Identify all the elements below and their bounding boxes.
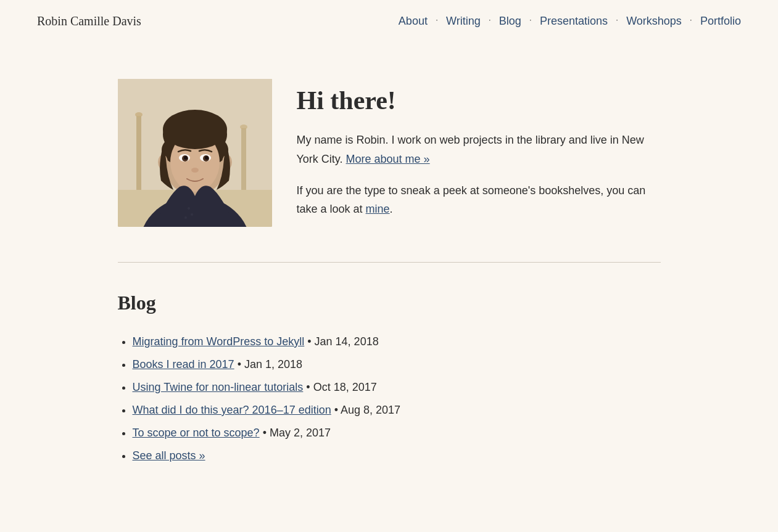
svg-point-18 bbox=[184, 156, 188, 160]
post-date: • May 2, 2017 bbox=[263, 427, 331, 439]
nav-sep-1: • bbox=[436, 18, 437, 24]
nav-sep-2: • bbox=[489, 18, 490, 24]
nav-sep-3: • bbox=[530, 18, 531, 24]
see-all-posts-link[interactable]: See all posts » bbox=[133, 449, 205, 462]
svg-rect-4 bbox=[241, 128, 246, 190]
nav-writing[interactable]: Writing bbox=[446, 12, 481, 30]
profile-photo bbox=[118, 79, 272, 227]
blog-post-link[interactable]: Using Twine for non-linear tutorials bbox=[133, 381, 304, 393]
svg-point-24 bbox=[184, 216, 187, 219]
hero-intro: My name is Robin. I work on web projects… bbox=[297, 131, 661, 168]
more-about-me-link[interactable]: More about me » bbox=[346, 153, 430, 165]
blog-section: Blog Migrating from WordPress to Jekyll … bbox=[118, 287, 661, 464]
hero-content: Hi there! My name is Robin. I work on we… bbox=[297, 79, 661, 231]
site-title[interactable]: Robin Camille Davis bbox=[37, 11, 141, 31]
svg-rect-2 bbox=[136, 116, 141, 190]
list-item: Books I read in 2017 • Jan 1, 2018 bbox=[133, 356, 661, 373]
mine-link[interactable]: mine bbox=[366, 203, 390, 215]
section-divider bbox=[118, 262, 661, 263]
svg-point-5 bbox=[240, 125, 247, 129]
list-item: What did I do this year? 2016–17 edition… bbox=[133, 402, 661, 419]
nav-presentations[interactable]: Presentations bbox=[540, 12, 608, 30]
main-nav: About • Writing • Blog • Presentations •… bbox=[399, 12, 741, 30]
svg-point-22 bbox=[188, 207, 190, 210]
post-date: • Jan 14, 2018 bbox=[307, 335, 378, 348]
blog-post-list: Migrating from WordPress to Jekyll • Jan… bbox=[118, 334, 661, 464]
list-item: See all posts » bbox=[133, 448, 661, 464]
svg-point-23 bbox=[191, 213, 193, 216]
nav-about[interactable]: About bbox=[399, 12, 428, 30]
nav-sep-5: • bbox=[690, 18, 692, 24]
svg-point-20 bbox=[191, 168, 199, 173]
hero-bookshelf: If you are the type to sneak a peek at s… bbox=[297, 181, 661, 219]
blog-title: Blog bbox=[118, 287, 661, 319]
list-item: Using Twine for non-linear tutorials • O… bbox=[133, 379, 661, 396]
list-item: Migrating from WordPress to Jekyll • Jan… bbox=[133, 334, 661, 350]
svg-point-19 bbox=[205, 156, 209, 160]
blog-post-link[interactable]: What did I do this year? 2016–17 edition bbox=[133, 404, 331, 416]
nav-portfolio[interactable]: Portfolio bbox=[700, 12, 741, 30]
post-date: • Oct 18, 2017 bbox=[306, 381, 376, 393]
nav-blog[interactable]: Blog bbox=[499, 12, 521, 30]
post-date: • Aug 8, 2017 bbox=[334, 404, 400, 416]
hero-greeting: Hi there! bbox=[297, 85, 661, 116]
post-date: • Jan 1, 2018 bbox=[238, 358, 302, 370]
hero-section: Hi there! My name is Robin. I work on we… bbox=[118, 79, 661, 231]
svg-point-21 bbox=[163, 110, 227, 149]
svg-point-3 bbox=[135, 112, 143, 117]
list-item: To scope or not to scope? • May 2, 2017 bbox=[133, 425, 661, 441]
blog-post-link[interactable]: Migrating from WordPress to Jekyll bbox=[133, 335, 305, 348]
blog-post-link[interactable]: Books I read in 2017 bbox=[133, 358, 234, 370]
nav-workshops[interactable]: Workshops bbox=[626, 12, 682, 30]
blog-post-link[interactable]: To scope or not to scope? bbox=[133, 427, 260, 439]
nav-sep-4: • bbox=[616, 18, 618, 24]
